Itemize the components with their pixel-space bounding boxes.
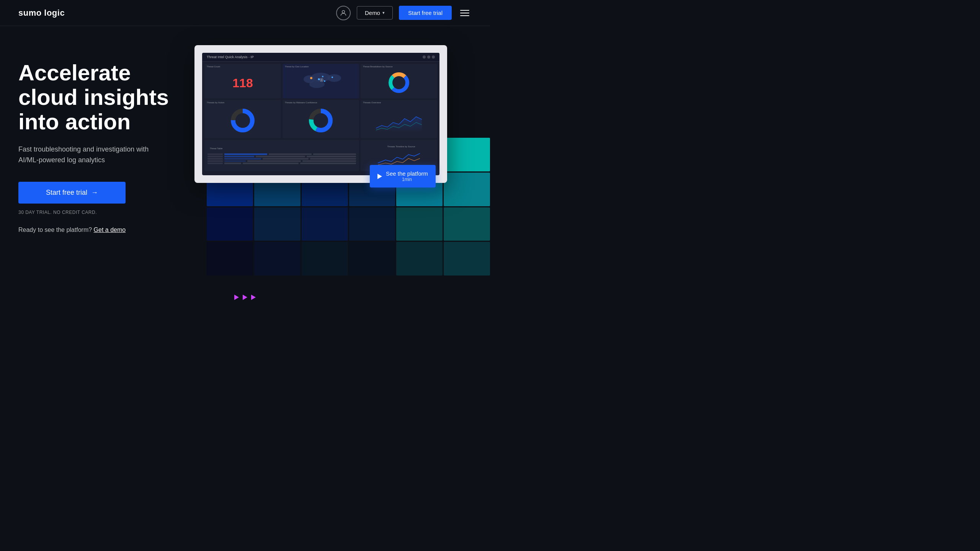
trial-note: 30 DAY TRIAL. NO CREDIT CARD. (18, 210, 179, 215)
color-grid-cell (444, 207, 490, 241)
dash-panel-donut-blue: Threats by Action (204, 100, 281, 138)
dashboard-title: Threat Intel Quick Analysis - IP (207, 55, 254, 59)
donut-chart-3 (307, 107, 334, 134)
svg-point-9 (332, 77, 333, 78)
see-platform-text: See the platform 1min (386, 170, 428, 182)
svg-point-7 (322, 76, 323, 77)
hero-headline: Accelerate cloud insights into action (18, 60, 179, 134)
dash-panel-line-chart: Threats Overview (361, 100, 437, 138)
carousel-arrow-1[interactable] (234, 295, 239, 300)
dash-panel-number: Threat Count 118 (204, 64, 281, 98)
navbar: sumo logic Demo ▾ Start free trial (0, 0, 490, 26)
hero-section: Accelerate cloud insights into action Fa… (0, 26, 490, 276)
demo-prompt: Ready to see the platform? Get a demo (18, 227, 179, 233)
donut-chart-1 (387, 71, 410, 94)
carousel-arrow-2[interactable] (243, 295, 247, 300)
donut-chart-2 (229, 107, 256, 134)
panel-header: Threats Timeline by Source (387, 145, 415, 148)
panel-header: Threat Count (207, 65, 220, 68)
color-grid-cell (207, 207, 253, 241)
color-grid-cell (396, 242, 443, 276)
svg-point-24 (314, 113, 328, 128)
demo-button[interactable]: Demo ▾ (357, 6, 393, 20)
color-grid-cell (349, 207, 395, 241)
color-grid-cell (302, 207, 348, 241)
dash-panel-table: Threat Table (204, 140, 359, 171)
nav-trial-button[interactable]: Start free trial (399, 6, 452, 20)
dashboard-screenshot: Threat Intel Quick Analysis - IP Threat … (194, 45, 447, 183)
table-row (207, 163, 356, 164)
play-icon (377, 174, 382, 179)
panel-header: Threats by Malware Confidence (285, 101, 317, 104)
dash-panel-donut-teal: Threats by Malware Confidence (283, 100, 359, 138)
color-grid-cell (396, 207, 443, 241)
svg-point-6 (310, 77, 312, 79)
control-dot (432, 55, 435, 59)
threat-table (207, 153, 356, 165)
dash-panel-map: Threat by Geo Location (283, 64, 359, 98)
user-avatar[interactable] (336, 6, 351, 20)
color-grid-cell (444, 242, 490, 276)
svg-point-20 (235, 113, 250, 128)
threat-count: 118 (232, 76, 253, 90)
panel-header: Threat by Geo Location (285, 65, 309, 68)
logo: sumo logic (18, 8, 65, 18)
nav-actions: Demo ▾ Start free trial (336, 6, 472, 20)
table-row (207, 156, 356, 157)
carousel-indicators (0, 295, 490, 300)
hero-visual: Threat Intel Quick Analysis - IP Threat … (194, 45, 472, 183)
table-row (207, 153, 356, 155)
color-grid-cell (207, 242, 253, 276)
geo-map (298, 70, 344, 93)
arrow-icon: → (91, 189, 98, 197)
color-grid-cell (254, 242, 301, 276)
panel-header: Threat Breakdown by Source (363, 65, 393, 68)
dashboard-grid: Threat Count 118 Threat by Geo Location (202, 62, 439, 173)
control-dot (423, 55, 426, 59)
hamburger-menu[interactable] (458, 8, 472, 18)
hero-subtext: Fast troubleshooting and investigation w… (18, 144, 164, 166)
chevron-down-icon: ▾ (382, 10, 385, 15)
dashboard-inner: Threat Intel Quick Analysis - IP Threat … (202, 53, 439, 175)
hero-trial-button[interactable]: Start free trial → (18, 182, 126, 204)
svg-point-0 (342, 10, 345, 13)
dashboard-controls (423, 55, 435, 59)
dashboard-titlebar: Threat Intel Quick Analysis - IP (202, 53, 439, 62)
panel-header: Threat Table (210, 147, 222, 150)
color-grid-cell (302, 242, 348, 276)
svg-marker-25 (376, 117, 422, 132)
hero-content: Accelerate cloud insights into action Fa… (18, 49, 179, 233)
svg-point-10 (324, 80, 325, 82)
panel-header: Threats Overview (363, 101, 381, 104)
svg-point-17 (393, 77, 405, 88)
get-demo-link[interactable]: Get a demo (94, 227, 126, 233)
line-chart-2 (378, 148, 420, 167)
line-chart (376, 111, 422, 132)
carousel-arrow-3[interactable] (251, 295, 256, 300)
see-platform-button[interactable]: See the platform 1min (370, 165, 436, 187)
user-icon (340, 9, 347, 17)
table-row (207, 160, 356, 162)
color-grid-cell (254, 207, 301, 241)
dash-panel-donut-pie: Threat Breakdown by Source (361, 64, 437, 98)
color-grid-cell (349, 242, 395, 276)
svg-point-8 (318, 78, 320, 80)
table-row (207, 158, 356, 160)
svg-point-4 (327, 74, 341, 82)
control-dot (427, 55, 430, 59)
panel-header: Threats by Action (207, 101, 224, 104)
svg-point-12 (321, 80, 322, 81)
